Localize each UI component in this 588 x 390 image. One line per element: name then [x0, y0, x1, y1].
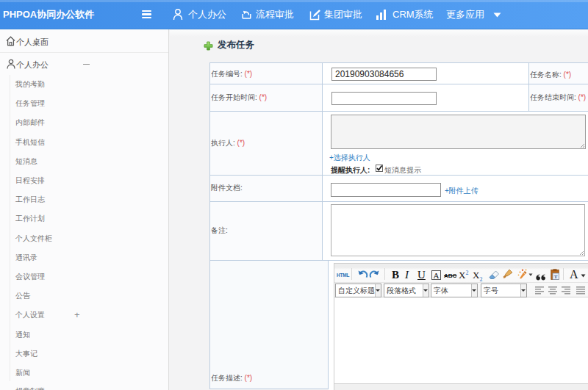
svg-text:T: T — [554, 274, 558, 280]
